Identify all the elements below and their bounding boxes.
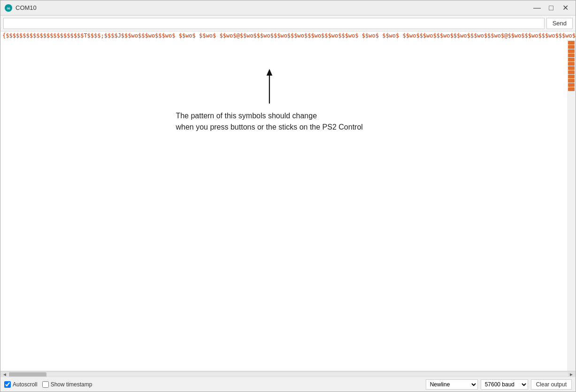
orange-seg: [568, 58, 575, 61]
close-button[interactable]: ✕: [559, 3, 572, 13]
serial-output-area: {$$$$$$$$$$$$$$$$$$$$$$$T$$$$;$$$$J$$$wo…: [0, 31, 576, 377]
show-timestamp-checkbox[interactable]: [42, 381, 49, 388]
orange-seg: [568, 62, 575, 66]
orange-seg: [568, 70, 575, 74]
orange-seg: [568, 49, 575, 53]
orange-seg: [568, 87, 575, 91]
orange-seg: [568, 83, 575, 87]
show-timestamp-checkbox-item[interactable]: Show timestamp: [42, 381, 92, 388]
scrollbar-track[interactable]: [8, 372, 568, 377]
serial-data-line: {$$$$$$$$$$$$$$$$$$$$$$$T$$$$;$$$$J$$$wo…: [0, 31, 576, 40]
arrow-icon: [176, 68, 362, 106]
annotation-line2: when you press buttons or the sticks on …: [176, 123, 362, 131]
status-right: No line ending Newline Carriage return B…: [426, 379, 572, 390]
annotation-text: The pattern of this symbols should chang…: [176, 110, 362, 133]
autoscroll-checkbox-item[interactable]: Autoscroll: [4, 381, 38, 388]
minimize-button[interactable]: —: [530, 3, 544, 13]
serial-input[interactable]: [3, 18, 545, 29]
svg-marker-3: [266, 69, 272, 76]
orange-seg: [568, 54, 575, 57]
orange-seg: [568, 79, 575, 83]
window-title: COM10: [15, 4, 530, 11]
title-bar-controls: — □ ✕: [530, 3, 572, 13]
orange-seg: [568, 41, 575, 45]
orange-segments: [567, 40, 576, 92]
orange-seg: [568, 66, 575, 70]
status-left: Autoscroll Show timestamp: [4, 381, 421, 388]
scroll-left-arrow[interactable]: ◄: [1, 371, 8, 377]
baud-rate-select[interactable]: 300 baud 1200 baud 2400 baud 4800 baud 9…: [481, 379, 528, 390]
right-panel: [567, 40, 576, 371]
arduino-logo-icon: ∞: [4, 4, 13, 12]
annotation-area: The pattern of this symbols should chang…: [176, 68, 362, 133]
clear-output-button[interactable]: Clear output: [531, 379, 572, 390]
horizontal-scrollbar[interactable]: ◄ ►: [0, 371, 576, 377]
orange-seg: [568, 45, 575, 49]
scrollbar-thumb[interactable]: [9, 372, 46, 377]
svg-text:∞: ∞: [7, 6, 10, 11]
orange-seg: [568, 75, 575, 78]
status-bar: Autoscroll Show timestamp No line ending…: [0, 377, 576, 392]
maximize-button[interactable]: □: [545, 3, 558, 13]
send-button[interactable]: Send: [546, 18, 573, 29]
input-toolbar: Send: [0, 15, 576, 31]
main-window: ∞ COM10 — □ ✕ Send {$$$$$$$$$$$$$$$$$$$$…: [0, 0, 576, 392]
autoscroll-checkbox[interactable]: [4, 381, 11, 388]
show-timestamp-label: Show timestamp: [51, 381, 92, 388]
serial-content-main: The pattern of this symbols should chang…: [0, 40, 576, 371]
annotation-line1: The pattern of this symbols should chang…: [176, 112, 317, 120]
title-bar: ∞ COM10 — □ ✕: [0, 0, 576, 15]
scroll-right-arrow[interactable]: ►: [568, 371, 575, 377]
autoscroll-label: Autoscroll: [13, 381, 38, 388]
newline-select[interactable]: No line ending Newline Carriage return B…: [426, 379, 478, 390]
